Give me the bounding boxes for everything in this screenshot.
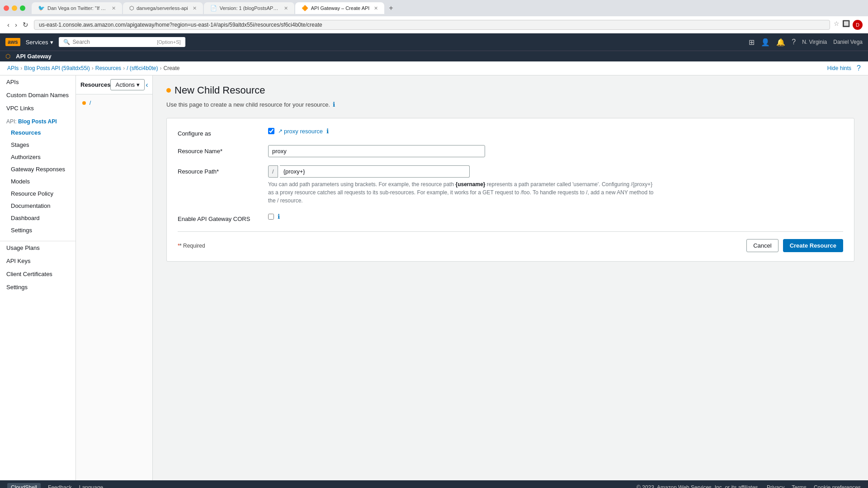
orange-dot-icon bbox=[166, 88, 171, 93]
resource-indicator bbox=[82, 101, 86, 105]
services-dropdown-icon: ▾ bbox=[50, 39, 53, 46]
address-bar: ‹ › ↻ us-east-1.console.aws.amazon.com/a… bbox=[0, 16, 868, 33]
sidebar-item-documentation[interactable]: Documentation bbox=[0, 200, 75, 212]
resource-path-label: Resource Path* bbox=[178, 165, 268, 175]
privacy-link[interactable]: Privacy bbox=[767, 484, 784, 488]
cancel-button[interactable]: Cancel bbox=[746, 239, 778, 252]
breadcrumb-root[interactable]: / (sf6ci4b0te) bbox=[127, 65, 158, 71]
search-icon: 🔍 bbox=[63, 39, 70, 45]
sidebar-item-dashboard[interactable]: Dashboard bbox=[0, 212, 75, 224]
breadcrumb-blog-posts-api[interactable]: Blog Posts API (59altdx55i) bbox=[24, 65, 90, 71]
breadcrumb-apis[interactable]: APIs bbox=[7, 65, 19, 71]
actions-dropdown-icon: ▾ bbox=[137, 81, 140, 88]
sidebar-item-apis[interactable]: APIs bbox=[0, 75, 75, 89]
page-description: Use this page to create a new child reso… bbox=[166, 101, 854, 108]
resource-name-input[interactable] bbox=[268, 145, 485, 157]
toggle-sidebar-button[interactable]: ‹ bbox=[145, 80, 149, 90]
terms-link[interactable]: Terms bbox=[792, 484, 807, 488]
cors-label: Enable API Gateway CORS bbox=[178, 213, 268, 222]
description-info-icon[interactable]: ℹ bbox=[333, 101, 335, 108]
tab-apigateway[interactable]: 🔶 API Gateway – Create API ✕ bbox=[295, 2, 385, 14]
sidebar-item-resource-policy[interactable]: Resource Policy bbox=[0, 188, 75, 200]
back-button[interactable]: ‹ bbox=[5, 20, 11, 30]
service-label: API Gateway bbox=[16, 53, 52, 60]
main-layout: APIs Custom Domain Names VPC Links API: … bbox=[0, 75, 868, 480]
search-shortcut-label: [Option+S] bbox=[157, 39, 180, 45]
sidebar-item-models[interactable]: Models bbox=[0, 175, 75, 188]
sidebar-item-usage-plans[interactable]: Usage Plans bbox=[0, 241, 75, 254]
sidebar-item-gateway-responses[interactable]: Gateway Responses bbox=[0, 163, 75, 175]
profile-icon[interactable]: D bbox=[853, 20, 863, 30]
bookmark-icon[interactable]: ☆ bbox=[834, 20, 840, 30]
sidebar: APIs Custom Domain Names VPC Links API: … bbox=[0, 75, 76, 480]
proxy-info-icon[interactable]: ℹ bbox=[326, 127, 329, 135]
page-title: New Child Resource bbox=[166, 84, 854, 96]
help-icon-breadcrumb[interactable]: ? bbox=[857, 64, 861, 72]
aws-logo: aws bbox=[5, 38, 20, 46]
new-tab-button[interactable]: + bbox=[385, 2, 396, 14]
services-button[interactable]: Services ▾ bbox=[26, 39, 53, 46]
user-icon[interactable]: 👤 bbox=[761, 38, 770, 47]
hide-hints-button[interactable]: Hide hints bbox=[827, 65, 851, 71]
aws-sub-nav: ⬡ API Gateway bbox=[0, 51, 868, 61]
sidebar-item-custom-domain[interactable]: Custom Domain Names bbox=[0, 89, 75, 102]
cors-checkbox[interactable] bbox=[268, 214, 274, 220]
resource-name-row: Resource Name* bbox=[178, 145, 843, 157]
resource-root[interactable]: / bbox=[76, 97, 152, 108]
content-area: New Child Resource Use this page to crea… bbox=[153, 75, 868, 480]
external-link-icon: ↗ bbox=[278, 128, 283, 134]
sidebar-item-resources[interactable]: Resources bbox=[0, 127, 75, 139]
resource-path-input[interactable] bbox=[280, 165, 470, 178]
cookie-link[interactable]: Cookie preferences bbox=[814, 484, 861, 488]
apps-icon[interactable]: ⊞ bbox=[749, 38, 755, 47]
help-icon[interactable]: ? bbox=[792, 38, 796, 46]
apigateway-icon: ⬡ bbox=[5, 53, 10, 60]
region-selector[interactable]: N. Virginia bbox=[802, 39, 827, 45]
user-menu[interactable]: Daniel Vega bbox=[833, 39, 863, 45]
configure-proxy-row: Configure as ↗ proxy resource ℹ bbox=[178, 127, 843, 137]
aws-nav: aws Services ▾ 🔍 [Option+S] ⊞ 👤 🔔 ? N. V… bbox=[0, 33, 868, 51]
proxy-resource-checkbox[interactable] bbox=[268, 128, 274, 134]
browser-tabs: 🐦 Dan Vega on Twitter: "If you h... ✕ ⬡ … bbox=[32, 2, 864, 14]
bottom-bar: CloudShell Feedback Language © 2023, Ama… bbox=[0, 480, 868, 488]
cloudshell-button[interactable]: CloudShell bbox=[7, 483, 41, 488]
proxy-resource-link[interactable]: ↗ proxy resource bbox=[278, 128, 323, 135]
tab-twitter[interactable]: 🐦 Dan Vega on Twitter: "If you h... ✕ bbox=[32, 2, 122, 14]
search-bar[interactable]: 🔍 [Option+S] bbox=[59, 37, 185, 47]
resource-path-row: Resource Path* / You can add path parame… bbox=[178, 165, 843, 205]
resources-panel: Resources Actions ▾ ‹ / bbox=[76, 75, 153, 480]
extensions-icon[interactable]: 🔲 bbox=[842, 20, 850, 30]
cors-row: Enable API Gateway CORS ℹ bbox=[178, 213, 843, 222]
required-note: * * Required bbox=[178, 243, 205, 249]
browser-chrome: 🐦 Dan Vega on Twitter: "If you h... ✕ ⬡ … bbox=[0, 0, 868, 16]
resources-header-title: Resources bbox=[80, 81, 110, 88]
sidebar-item-api-keys[interactable]: API Keys bbox=[0, 254, 75, 267]
breadcrumb: APIs › Blog Posts API (59altdx55i) › Res… bbox=[0, 61, 868, 75]
tab-version[interactable]: 📄 Version: 1 (blogPostsAPI) – La... ✕ bbox=[204, 2, 294, 14]
actions-button[interactable]: Actions ▾ bbox=[110, 79, 145, 90]
language-link[interactable]: Language bbox=[79, 484, 103, 488]
resource-name-label: Resource Name* bbox=[178, 145, 268, 155]
feedback-link[interactable]: Feedback bbox=[48, 484, 72, 488]
path-hint-text: You can add path parameters using bracke… bbox=[268, 180, 657, 205]
path-prefix-label: / bbox=[268, 165, 278, 178]
sidebar-item-authorizers[interactable]: Authorizers bbox=[0, 151, 75, 163]
breadcrumb-resources[interactable]: Resources bbox=[95, 65, 121, 71]
configure-label: Configure as bbox=[178, 127, 268, 137]
tab-github[interactable]: ⬡ danvega/serverless-api ✕ bbox=[123, 2, 203, 14]
create-resource-button[interactable]: Create Resource bbox=[783, 239, 843, 252]
resources-header: Resources Actions ▾ ‹ bbox=[76, 75, 152, 94]
sidebar-item-settings[interactable]: Settings bbox=[0, 224, 75, 236]
search-input[interactable] bbox=[73, 39, 155, 45]
copyright-text: © 2023, Amazon Web Services, Inc. or its… bbox=[637, 484, 760, 488]
sidebar-item-client-certs[interactable]: Client Certificates bbox=[0, 267, 75, 281]
reload-button[interactable]: ↻ bbox=[21, 20, 30, 30]
forward-button[interactable]: › bbox=[13, 20, 19, 30]
cors-info-icon[interactable]: ℹ bbox=[278, 213, 280, 220]
sidebar-item-vpc-links[interactable]: VPC Links bbox=[0, 102, 75, 115]
sidebar-item-settings-bottom[interactable]: Settings bbox=[0, 281, 75, 294]
sidebar-item-stages[interactable]: Stages bbox=[0, 139, 75, 151]
resource-tree: / bbox=[76, 94, 152, 111]
bell-icon[interactable]: 🔔 bbox=[776, 38, 785, 47]
url-input[interactable]: us-east-1.console.aws.amazon.com/apigate… bbox=[34, 20, 830, 30]
